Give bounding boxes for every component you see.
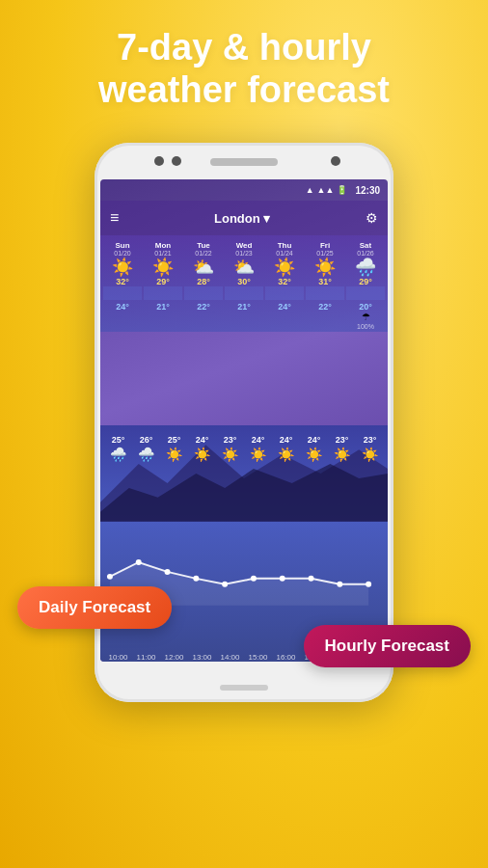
day-column: Sat 01/26 🌧️ 29° 20° ☂100%	[345, 239, 386, 332]
gear-icon[interactable]: ⚙	[366, 210, 378, 226]
weather-icon: ☀️	[314, 258, 336, 276]
day-column: Mon 01/21 ☀️ 29° 21°	[143, 239, 183, 332]
day-high-temp: 30°	[237, 277, 251, 286]
hourly-temp-item: 23° ☀️	[222, 435, 238, 462]
wave-divider	[265, 286, 304, 300]
day-low-temp: 22°	[197, 302, 210, 312]
rain-percent: 100%	[357, 323, 374, 330]
hourly-temp-item: 23° ☀️	[362, 435, 378, 462]
app-toolbar: ≡ London ▾ ⚙	[100, 201, 388, 235]
hourly-temperature: 24°	[196, 435, 209, 445]
hourly-weather-icon: ☀️	[250, 447, 266, 462]
hourly-temp-item: 24° ☀️	[250, 435, 266, 462]
status-icons: ▲ ▲▲ 🔋	[306, 185, 348, 195]
day-date: 01/21	[154, 250, 172, 257]
day-column: Thu 01/24 ☀️ 32° 24°	[264, 239, 305, 332]
day-name: Wed	[236, 241, 253, 250]
hero-title: 7-day & hourly weather forecast	[0, 27, 488, 111]
hourly-temperature: 24°	[280, 435, 293, 445]
hourly-temp-item: 26° 🌧️	[138, 435, 154, 462]
time-label: 16:00	[276, 653, 295, 662]
hourly-temperature: 25°	[168, 435, 181, 445]
day-low-temp: 24°	[116, 302, 129, 312]
day-name: Mon	[155, 241, 171, 250]
hourly-temperature: 23°	[224, 435, 237, 445]
day-high-temp: 31°	[318, 277, 332, 286]
wifi-icon: ▲	[306, 185, 314, 195]
hourly-temperature: 23°	[336, 435, 349, 445]
phone-camera-right	[172, 156, 181, 166]
hourly-weather-icon: 🌧️	[138, 447, 154, 462]
weather-icon: 🌧️	[355, 258, 376, 276]
phone-camera-left	[154, 156, 164, 166]
time-label: 11:00	[136, 653, 155, 662]
day-name: Thu	[278, 241, 292, 250]
time-label: 15:00	[248, 653, 267, 662]
wave-divider	[103, 286, 142, 300]
wave-divider	[225, 286, 263, 300]
hourly-weather-icon: ☀️	[278, 447, 294, 462]
day-column: Sun 01/20 ☀️ 32° 24°	[102, 239, 143, 332]
wave-divider	[306, 286, 344, 300]
day-low-temp: 21°	[156, 302, 170, 312]
day-column: Fri 01/25 ☀️ 31° 22°	[305, 239, 345, 332]
hourly-weather-icon: 🌧️	[110, 447, 126, 462]
hourly-weather-icon: ☀️	[194, 447, 210, 462]
phone-top	[95, 143, 393, 179]
hourly-temp-item: 23° ☀️	[334, 435, 350, 462]
battery-icon: 🔋	[337, 185, 347, 195]
day-date: 01/24	[276, 250, 293, 257]
weekly-forecast-grid: Sun 01/20 ☀️ 32° 24° Mon 01/21 ☀️ 29° 21…	[100, 235, 388, 332]
menu-icon[interactable]: ≡	[110, 209, 119, 227]
day-name: Tue	[197, 241, 210, 250]
phone-home-button	[220, 685, 268, 691]
day-date: 01/22	[195, 250, 212, 257]
day-column: Tue 01/22 ⛅ 28° 22°	[183, 239, 224, 332]
daily-forecast-button[interactable]: Daily Forecast	[17, 586, 172, 629]
hourly-weather-icon: ☀️	[334, 447, 350, 462]
day-low-temp: 24°	[278, 302, 291, 312]
city-selector[interactable]: London ▾	[214, 211, 270, 226]
wave-divider	[144, 286, 182, 300]
weather-icon: ☀️	[274, 258, 295, 276]
day-date: 01/20	[114, 250, 131, 257]
signal-icon: ▲▲	[317, 185, 335, 195]
rain-icon: ☂	[362, 312, 370, 322]
weather-icon: ☀️	[152, 258, 174, 276]
day-low-temp: 20°	[359, 302, 372, 312]
hourly-weather-icon: ☀️	[306, 447, 322, 462]
hourly-weather-icon: ☀️	[222, 447, 238, 462]
day-high-temp: 29°	[156, 277, 170, 286]
day-high-temp: 32°	[278, 277, 291, 286]
hourly-forecast-button[interactable]: Hourly Forecast	[304, 625, 471, 667]
day-high-temp: 29°	[359, 277, 372, 286]
day-low-temp: 22°	[318, 302, 332, 312]
hourly-temps: 25° 🌧️ 26° 🌧️ 25° ☀️ 24° ☀️ 23° ☀️ 24° ☀…	[100, 435, 388, 462]
hourly-temp-item: 24° ☀️	[278, 435, 294, 462]
day-date: 01/26	[357, 250, 374, 257]
time-label: 12:00	[164, 653, 183, 662]
day-date: 01/25	[316, 250, 334, 257]
phone-camera-front	[331, 156, 340, 166]
weather-icon: ☀️	[112, 258, 133, 276]
wave-divider	[346, 286, 385, 300]
hourly-weather-icon: ☀️	[166, 447, 182, 462]
day-name: Sun	[115, 241, 129, 250]
day-low-temp: 21°	[237, 302, 251, 312]
day-high-temp: 28°	[197, 277, 210, 286]
hourly-temperature: 24°	[308, 435, 321, 445]
wave-divider	[184, 286, 223, 300]
day-date: 01/23	[235, 250, 253, 257]
hourly-temp-item: 25° ☀️	[166, 435, 182, 462]
day-name: Sat	[360, 241, 371, 250]
hourly-temperature: 23°	[364, 435, 377, 445]
day-name: Fri	[320, 241, 330, 250]
phone-speaker	[210, 158, 278, 166]
hourly-temperature: 26°	[140, 435, 153, 445]
hourly-temperature: 25°	[112, 435, 125, 445]
weather-icon: ⛅	[233, 258, 255, 276]
weather-icon: ⛅	[193, 258, 214, 276]
hourly-temp-item: 24° ☀️	[306, 435, 322, 462]
time-label: 13:00	[192, 653, 211, 662]
time-label: 14:00	[220, 653, 239, 662]
